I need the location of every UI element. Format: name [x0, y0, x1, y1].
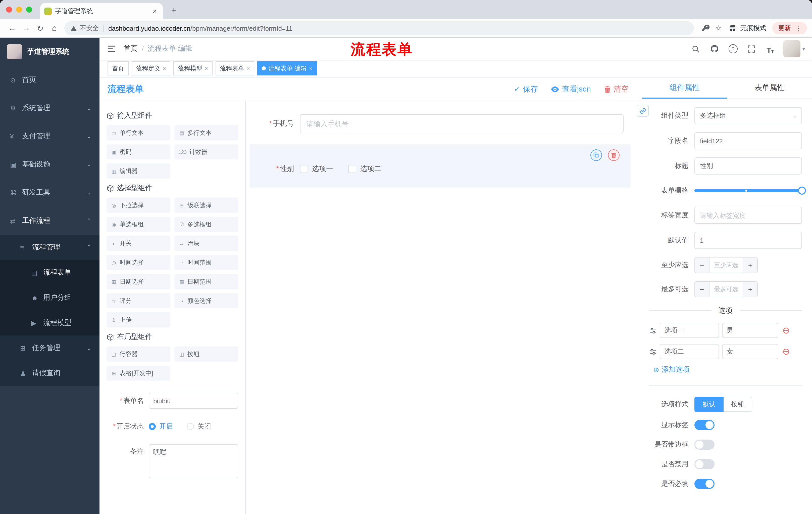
tag-process-form[interactable]: 流程表单 ×: [215, 61, 255, 76]
palette-item-editor[interactable]: ▥编辑器: [107, 163, 170, 179]
minimize-window-button[interactable]: [16, 6, 22, 12]
sidebar-item-process-model[interactable]: ▶ 流程模型: [0, 310, 99, 335]
border-toggle[interactable]: [694, 439, 715, 450]
close-icon[interactable]: ×: [205, 65, 208, 72]
link-icon[interactable]: [637, 105, 649, 117]
update-chip[interactable]: 更新 ⋮: [772, 22, 807, 34]
palette-item-color-picker[interactable]: ◑颜色选择: [174, 293, 238, 308]
required-toggle[interactable]: [694, 479, 715, 489]
default-value-input[interactable]: [694, 232, 802, 249]
help-icon[interactable]: ?: [728, 43, 738, 54]
reload-button[interactable]: ↻: [33, 21, 47, 35]
palette-item-button[interactable]: ◫按钮: [174, 347, 238, 361]
radio-on[interactable]: 开启: [149, 422, 173, 431]
menu-kebab-icon[interactable]: ⋮: [793, 24, 804, 32]
browser-tab[interactable]: 芋道管理系统 ×: [40, 3, 163, 19]
sidebar-item-process-form[interactable]: ▤ 流程表单: [0, 260, 99, 285]
palette-item-counter[interactable]: 123计数器: [174, 144, 238, 159]
palette-item-radio-group[interactable]: ◉单选框组: [107, 217, 170, 232]
min-select-value[interactable]: 至少应选: [709, 258, 743, 273]
close-window-button[interactable]: [6, 6, 12, 12]
radio-off[interactable]: 关闭: [187, 422, 211, 431]
forward-button[interactable]: →: [19, 21, 33, 35]
tag-home[interactable]: 首页: [108, 61, 128, 76]
zoom-window-button[interactable]: [26, 6, 32, 12]
option-label-input[interactable]: [660, 344, 719, 359]
user-menu[interactable]: ▾: [783, 40, 805, 57]
decrease-button[interactable]: −: [695, 258, 709, 273]
palette-item-checkbox-group[interactable]: ☑多选框组: [174, 217, 238, 232]
decrease-button[interactable]: −: [695, 282, 709, 297]
font-size-icon[interactable]: TT: [765, 43, 776, 54]
max-select-value[interactable]: 最多可选: [709, 282, 743, 297]
disabled-toggle[interactable]: [694, 459, 715, 469]
field-name-input[interactable]: [694, 132, 802, 150]
palette-item-slider[interactable]: ↔滑块: [174, 236, 238, 251]
tab-close-icon[interactable]: ×: [151, 7, 159, 15]
palette-item-time-picker[interactable]: ◷时间选择: [107, 255, 170, 270]
sidebar-item-process-management[interactable]: ≡ 流程管理 ⌃: [0, 235, 99, 260]
remove-option-icon[interactable]: ⊖: [782, 326, 790, 335]
sidebar-item-system[interactable]: ⚙ 系统管理 ⌄: [0, 94, 99, 122]
sidebar-logo[interactable]: 芋道管理系统: [0, 38, 99, 66]
show-label-toggle[interactable]: [694, 420, 715, 430]
palette-item-date-picker[interactable]: ▦日期选择: [107, 274, 170, 289]
remove-option-icon[interactable]: ⊖: [782, 347, 790, 356]
palette-item-row-container[interactable]: ▢行容器: [107, 347, 170, 361]
sidebar-item-payment[interactable]: ¥ 支付管理 ⌄: [0, 122, 99, 151]
add-option-button[interactable]: ⊕ 添加选项: [653, 365, 802, 374]
sidebar-item-workflow[interactable]: ⇄ 工作流程 ⌃: [0, 207, 99, 235]
palette-item-multi-line-text[interactable]: ▤多行文本: [174, 125, 238, 140]
palette-item-upload[interactable]: ↥上传: [107, 312, 170, 327]
close-icon[interactable]: ×: [309, 65, 313, 72]
style-button-button[interactable]: 按钮: [724, 397, 752, 412]
increase-button[interactable]: +: [743, 258, 757, 273]
breadcrumb-home[interactable]: 首页: [124, 44, 138, 53]
close-icon[interactable]: ×: [163, 65, 166, 72]
home-button[interactable]: ⌂: [47, 21, 61, 35]
password-key-icon[interactable]: [699, 22, 712, 35]
fullscreen-icon[interactable]: [746, 43, 757, 54]
delete-icon[interactable]: [608, 150, 619, 161]
label-width-input[interactable]: [694, 207, 802, 224]
view-json-button[interactable]: 查看json: [551, 84, 591, 94]
form-name-input[interactable]: [149, 393, 238, 409]
component-type-select[interactable]: 多选框组 ⌄: [694, 107, 802, 124]
security-label[interactable]: 不安全: [80, 24, 99, 32]
address-bar[interactable]: 不安全 dashboard.yudao.iocoder.cn /bpm/mana…: [64, 21, 694, 35]
style-default-button[interactable]: 默认: [694, 397, 724, 412]
copy-icon[interactable]: [590, 150, 602, 161]
option-value-input[interactable]: [722, 344, 778, 359]
clear-button[interactable]: 清空: [604, 84, 629, 94]
title-input[interactable]: [694, 157, 802, 174]
checkbox[interactable]: [300, 165, 308, 173]
search-icon[interactable]: [690, 43, 701, 54]
github-icon[interactable]: [709, 43, 720, 54]
checkbox-option-2[interactable]: 选项二: [348, 164, 381, 173]
tag-process-form-edit[interactable]: 流程表单-编辑 ×: [258, 61, 317, 76]
canvas-field-phone[interactable]: *手机号: [250, 114, 631, 133]
sidebar-item-devtools[interactable]: ⌘ 研发工具 ⌄: [0, 179, 99, 207]
new-tab-button[interactable]: +: [168, 4, 180, 17]
sidebar-item-leave-query[interactable]: ♟ 请假查询: [0, 360, 99, 386]
palette-item-table[interactable]: ⊞表格[开发中]: [107, 366, 170, 381]
palette-item-single-line-text[interactable]: ▭单行文本: [107, 125, 170, 140]
palette-item-time-range[interactable]: ◔时间范围: [174, 255, 238, 270]
palette-item-cascader[interactable]: ⊟级联选择: [174, 198, 238, 213]
sidebar-item-infrastructure[interactable]: ▣ 基础设施 ⌄: [0, 151, 99, 179]
sliders-icon[interactable]: [649, 327, 657, 334]
hamburger-icon[interactable]: [107, 45, 116, 53]
tab-component-props[interactable]: 组件属性: [642, 77, 727, 99]
tag-process-model[interactable]: 流程模型 ×: [174, 61, 212, 76]
checkbox[interactable]: [348, 165, 356, 173]
phone-input[interactable]: [300, 114, 624, 133]
slider-handle[interactable]: [798, 187, 806, 195]
palette-item-rate[interactable]: ☆评分: [107, 293, 170, 308]
close-icon[interactable]: ×: [247, 65, 250, 72]
option-value-input[interactable]: [722, 323, 778, 338]
back-button[interactable]: ←: [5, 21, 19, 35]
checkbox-option-1[interactable]: 选项一: [300, 164, 333, 173]
canvas-field-gender-selected[interactable]: *性别 选项一 选项二: [250, 144, 631, 188]
bookmark-star-icon[interactable]: ☆: [712, 22, 725, 35]
grid-slider[interactable]: [694, 189, 802, 192]
